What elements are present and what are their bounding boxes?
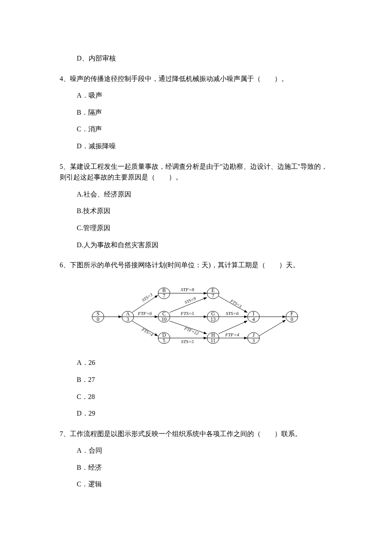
svg-text:10: 10 bbox=[161, 316, 167, 322]
q4-option-c: C．消声 bbox=[77, 124, 332, 135]
svg-text:H: H bbox=[211, 332, 215, 338]
svg-text:STF=8: STF=8 bbox=[181, 287, 194, 292]
svg-text:I: I bbox=[253, 311, 254, 317]
svg-text:FTF=12: FTF=12 bbox=[183, 326, 199, 336]
q5-line1: 5、某建设工程发生一起质量事故，经调查分析是由于"边勘察、边设计、边施工"导致的… bbox=[60, 163, 328, 170]
svg-text:STS=6: STS=6 bbox=[226, 311, 239, 316]
q4-option-d: D．减振降噪 bbox=[77, 141, 332, 152]
node-a: A 3 bbox=[122, 311, 134, 322]
node-j: J 3 bbox=[248, 332, 259, 344]
svg-text:FTS=3: FTS=3 bbox=[229, 298, 242, 308]
svg-text:B: B bbox=[162, 287, 166, 293]
q5-line2: 则引起这起事故的主要原因是（ ）。 bbox=[60, 173, 182, 181]
network-diagram: S 0 A 3 B 7 C 10 bbox=[60, 278, 332, 350]
node-e: E 7 bbox=[207, 287, 219, 299]
svg-text:C: C bbox=[162, 311, 166, 317]
svg-text:0: 0 bbox=[291, 316, 293, 322]
exam-page: D、内部审核 4、噪声的传播途径控制手段中，通过降低机械振动减小噪声属于（ ）。… bbox=[0, 0, 392, 530]
svg-text:3: 3 bbox=[252, 338, 255, 344]
svg-text:G: G bbox=[211, 311, 215, 317]
q4-option-a: A．吸声 bbox=[77, 90, 332, 101]
svg-text:11: 11 bbox=[210, 338, 216, 344]
node-h: H 11 bbox=[207, 332, 219, 344]
q7-text: 7、工作流程图是以图示形式反映一个组织系统中各项工作之间的（ ）联系。 bbox=[60, 428, 332, 439]
q5-option-d: D.人为事故和自然灾害原因 bbox=[77, 240, 332, 251]
svg-text:FTF=4: FTF=4 bbox=[225, 332, 239, 337]
svg-text:FTF=6: FTF=6 bbox=[138, 311, 152, 316]
q6-option-c: C．28 bbox=[77, 391, 332, 402]
q6-option-b: B．27 bbox=[77, 374, 332, 385]
q6-text: 6、下图所示的单代号搭接网络计划(时间单位：天)，其计算工期是（ ）天。 bbox=[60, 260, 332, 271]
node-d: D 5 bbox=[158, 332, 170, 344]
svg-text:J: J bbox=[253, 332, 255, 338]
q7-option-a: A．合同 bbox=[77, 445, 332, 456]
node-s: S 0 bbox=[92, 311, 104, 322]
q5-option-a: A.社会、经济原因 bbox=[77, 189, 332, 200]
svg-text:A: A bbox=[126, 311, 130, 317]
svg-text:4: 4 bbox=[252, 316, 255, 322]
svg-text:FTS=5: FTS=5 bbox=[180, 311, 194, 316]
q7-option-c: C．逻辑 bbox=[77, 479, 332, 490]
q4-text: 4、噪声的传播途径控制手段中，通过降低机械振动减小噪声属于（ ）。 bbox=[60, 73, 332, 84]
svg-text:D: D bbox=[162, 332, 166, 338]
q6-option-d: D．29 bbox=[77, 408, 332, 419]
svg-line-14 bbox=[259, 320, 285, 336]
q5-option-c: C.管理原因 bbox=[77, 223, 332, 234]
node-g: G 13 bbox=[207, 311, 219, 322]
q4-option-b: B．隔声 bbox=[77, 107, 332, 118]
node-b: B 7 bbox=[158, 287, 170, 299]
svg-text:STS=5: STS=5 bbox=[181, 339, 194, 344]
node-f: F 0 bbox=[286, 311, 298, 322]
q7-option-b: B．经济 bbox=[77, 462, 332, 473]
svg-text:FTS=4: FTS=4 bbox=[141, 327, 154, 337]
svg-text:7: 7 bbox=[212, 293, 214, 299]
q5-text: 5、某建设工程发生一起质量事故，经调查分析是由于"边勘察、边设计、边施工"导致的… bbox=[60, 161, 332, 183]
svg-text:13: 13 bbox=[210, 316, 216, 322]
node-c: C 10 bbox=[158, 311, 170, 322]
svg-text:STS=3: STS=3 bbox=[141, 292, 153, 302]
svg-text:3: 3 bbox=[127, 316, 129, 322]
svg-text:E: E bbox=[211, 287, 214, 293]
node-i: I 4 bbox=[248, 311, 259, 322]
svg-text:F: F bbox=[291, 311, 294, 317]
q6-option-a: A．26 bbox=[77, 357, 332, 368]
q5-option-b: B.技术原因 bbox=[77, 205, 332, 217]
svg-text:S: S bbox=[97, 311, 100, 317]
svg-text:5: 5 bbox=[163, 338, 165, 344]
svg-text:STS=9: STS=9 bbox=[184, 296, 196, 304]
network-svg: S 0 A 3 B 7 C 10 bbox=[89, 278, 303, 347]
svg-text:0: 0 bbox=[97, 316, 99, 322]
q3-option-d: D、内部审核 bbox=[77, 53, 332, 64]
svg-text:7: 7 bbox=[163, 293, 165, 299]
